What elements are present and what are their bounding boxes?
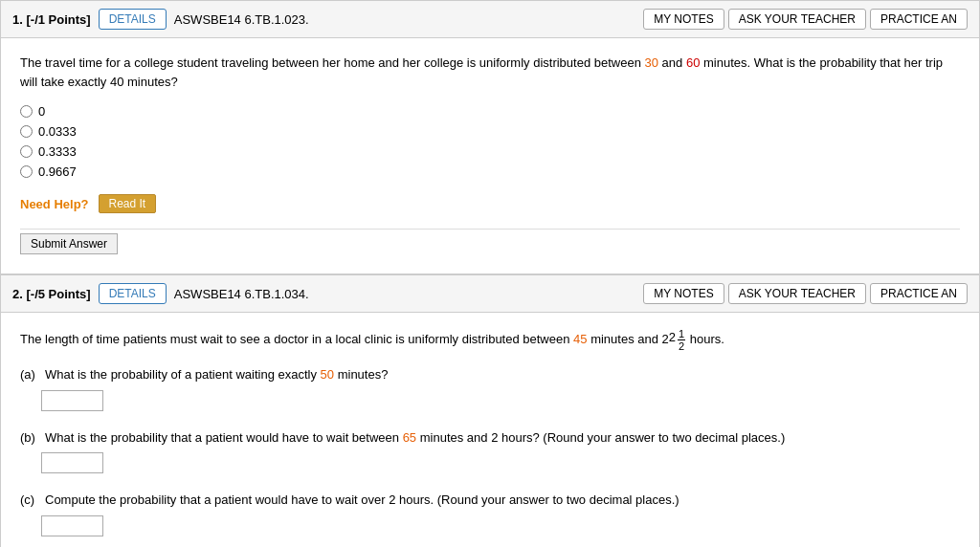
need-help-section: Need Help? Read It [20, 194, 960, 213]
question-2-text: The length of time patients must wait to… [20, 328, 960, 352]
radio-0[interactable] [20, 105, 33, 118]
sub-question-c: (c) Compute the probability that a patie… [20, 491, 960, 536]
question-2-code: ASWSBE14 6.TB.1.034. [174, 287, 309, 301]
header-right-1: MY NOTES ASK YOUR TEACHER PRACTICE AN [643, 9, 968, 30]
question-1-text: The travel time for a college student tr… [20, 54, 960, 91]
question-2-header: 2. [-/5 Points] DETAILS ASWSBE14 6.TB.1.… [1, 275, 979, 313]
radio-0967[interactable] [20, 165, 33, 178]
answer-input-c[interactable] [41, 515, 103, 536]
submit-section-1: Submit Answer [20, 229, 960, 254]
question-2-number: 2. [-/5 Points] [12, 287, 91, 301]
header-right-2: MY NOTES ASK YOUR TEACHER PRACTICE AN [643, 283, 968, 304]
ask-teacher-button-2[interactable]: ASK YOUR TEACHER [728, 283, 866, 304]
my-notes-button-2[interactable]: MY NOTES [643, 283, 724, 304]
option-0967: 0.9667 [20, 164, 960, 179]
answer-input-b[interactable] [41, 452, 103, 473]
details-button-1[interactable]: DETAILS [99, 9, 167, 30]
sub-label-a: (a) What is the probability of a patient… [20, 365, 960, 384]
my-notes-button-1[interactable]: MY NOTES [643, 9, 724, 30]
option-0333: 0.3333 [20, 144, 960, 159]
question-2-block: 2. [-/5 Points] DETAILS ASWSBE14 6.TB.1.… [0, 274, 980, 547]
radio-0033[interactable] [20, 125, 33, 138]
question-1-block: 1. [-/1 Points] DETAILS ASWSBE14 6.TB.1.… [0, 0, 980, 274]
question-1-body: The travel time for a college student tr… [1, 38, 979, 274]
option-0: 0 [20, 104, 960, 119]
option-0033: 0.0333 [20, 124, 960, 139]
sub-question-a: (a) What is the probability of a patient… [20, 365, 960, 411]
practice-button-1[interactable]: PRACTICE AN [870, 9, 968, 30]
submit-answer-button-1[interactable]: Submit Answer [20, 233, 118, 254]
read-it-button[interactable]: Read It [99, 194, 157, 213]
question-1-number: 1. [-/1 Points] [12, 12, 91, 27]
radio-0333[interactable] [20, 145, 33, 158]
sub-label-c: (c) Compute the probability that a patie… [20, 491, 960, 510]
answer-input-a[interactable] [41, 390, 103, 411]
details-button-2[interactable]: DETAILS [99, 283, 167, 304]
question-1-code: ASWSBE14 6.TB.1.023. [174, 12, 309, 27]
mixed-number: 212 [669, 328, 686, 352]
question-1-header: 1. [-/1 Points] DETAILS ASWSBE14 6.TB.1.… [1, 1, 979, 38]
question-2-body: The length of time patients must wait to… [1, 313, 979, 547]
sub-question-b: (b) What is the probability that a patie… [20, 428, 960, 474]
need-help-label: Need Help? [20, 197, 89, 211]
ask-teacher-button-1[interactable]: ASK YOUR TEACHER [728, 9, 866, 30]
practice-button-2[interactable]: PRACTICE AN [870, 283, 968, 304]
sub-label-b: (b) What is the probability that a patie… [20, 428, 960, 448]
